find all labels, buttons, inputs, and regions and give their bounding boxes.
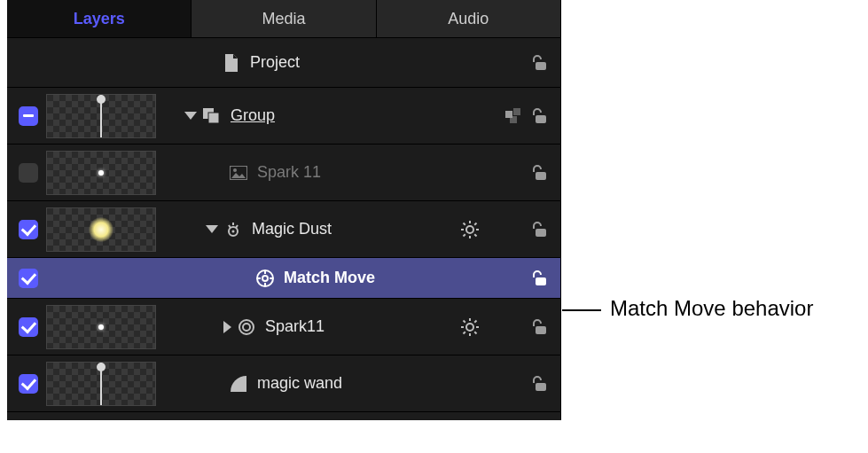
svg-line-18 <box>474 234 476 236</box>
row-label: Spark11 <box>265 317 325 336</box>
svg-point-31 <box>466 324 473 331</box>
unlock-icon[interactable] <box>530 270 548 286</box>
thumbnail <box>46 305 156 349</box>
image-icon <box>229 166 248 180</box>
row-group[interactable]: Group <box>7 87 560 144</box>
thumbnail <box>46 151 156 195</box>
svg-point-8 <box>233 168 237 172</box>
behavior-gear-icon[interactable] <box>460 220 480 239</box>
row-spark11-image[interactable]: Spark 11 <box>7 144 560 200</box>
enable-checkbox[interactable] <box>19 106 38 126</box>
svg-line-38 <box>474 320 476 322</box>
isolate-icon[interactable] <box>505 108 523 124</box>
unlock-icon[interactable] <box>530 55 548 71</box>
thumbnail <box>46 362 156 406</box>
row-label[interactable]: Group <box>231 106 275 125</box>
svg-line-39 <box>464 332 465 333</box>
row-label: Match Move <box>284 269 375 287</box>
svg-point-11 <box>232 230 235 232</box>
callout-label: Match Move behavior <box>610 296 813 321</box>
particle-cell-icon <box>237 318 256 336</box>
callout-leader-line <box>562 309 601 311</box>
enable-checkbox[interactable] <box>19 220 38 239</box>
thumbnail <box>46 94 156 138</box>
svg-rect-9 <box>536 172 546 180</box>
unlock-icon[interactable] <box>530 222 548 238</box>
svg-line-36 <box>464 320 465 322</box>
svg-line-19 <box>474 223 476 224</box>
behavior-icon <box>255 269 275 288</box>
row-label: Spark 11 <box>257 163 321 182</box>
layers-panel: Layers Media Audio Project <box>7 0 561 420</box>
document-icon <box>222 54 241 72</box>
row-label: Magic Dust <box>252 220 332 238</box>
disclosure-triangle[interactable] <box>184 112 197 120</box>
enable-checkbox[interactable] <box>19 269 38 288</box>
unlock-icon[interactable] <box>530 376 548 392</box>
unlock-icon[interactable] <box>530 108 548 124</box>
thumbnail <box>46 207 156 252</box>
svg-point-30 <box>243 324 250 331</box>
svg-rect-4 <box>513 108 520 115</box>
row-match-move[interactable]: Match Move <box>7 257 560 298</box>
svg-line-17 <box>464 223 465 224</box>
tab-layers[interactable]: Layers <box>7 0 192 37</box>
svg-point-12 <box>466 226 473 233</box>
enable-checkbox[interactable] <box>19 374 38 394</box>
row-magic-dust[interactable]: Magic Dust <box>7 200 560 257</box>
unlock-icon[interactable] <box>530 319 548 335</box>
row-magic-wand[interactable]: magic wand <box>7 355 560 411</box>
disclosure-triangle[interactable] <box>223 321 231 333</box>
svg-rect-41 <box>536 383 546 391</box>
svg-rect-28 <box>536 277 546 285</box>
svg-line-20 <box>464 234 465 236</box>
shape-icon <box>229 376 248 392</box>
enable-checkbox[interactable] <box>19 317 38 337</box>
svg-rect-21 <box>536 229 546 237</box>
svg-rect-6 <box>536 115 546 123</box>
svg-rect-2 <box>208 113 219 123</box>
tab-media[interactable]: Media <box>192 0 376 37</box>
svg-rect-0 <box>536 62 546 70</box>
unlock-icon[interactable] <box>530 165 548 181</box>
enable-checkbox[interactable] <box>19 163 38 183</box>
disclosure-triangle[interactable] <box>206 225 218 233</box>
svg-rect-40 <box>536 326 546 334</box>
tab-audio[interactable]: Audio <box>377 0 560 37</box>
svg-rect-5 <box>510 116 517 123</box>
panel-tabs: Layers Media Audio <box>7 0 560 37</box>
row-project[interactable]: Project <box>7 37 560 87</box>
behavior-gear-icon[interactable] <box>460 317 480 337</box>
emitter-icon <box>223 221 243 238</box>
svg-line-37 <box>474 332 476 333</box>
row-label: Project <box>250 53 300 72</box>
row-spark11-cell[interactable]: Spark11 <box>7 298 560 355</box>
svg-point-23 <box>262 276 268 281</box>
row-label: magic wand <box>257 374 342 393</box>
group-icon <box>202 108 222 124</box>
svg-point-29 <box>239 320 254 334</box>
